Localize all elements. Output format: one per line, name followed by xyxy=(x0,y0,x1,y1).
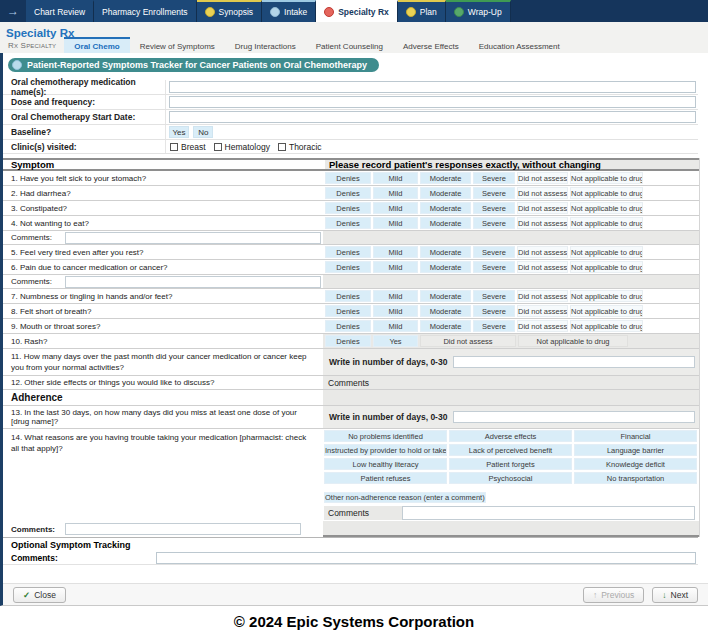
response-option[interactable]: Not applicable to drug xyxy=(570,187,643,199)
response-option[interactable]: Moderate xyxy=(420,261,471,273)
response-option[interactable]: Denies xyxy=(325,202,371,214)
response-option[interactable]: Did not assess xyxy=(420,335,516,347)
response-option[interactable]: Moderate xyxy=(420,172,471,184)
response-option[interactable]: Language barrier xyxy=(574,444,697,456)
clinic-hematology-checkbox[interactable]: Hematology xyxy=(214,142,270,152)
clinic-thoracic-checkbox[interactable]: Thoracic xyxy=(278,142,322,152)
other-reason-option[interactable]: Other non-adherence reason (enter a comm… xyxy=(324,492,486,503)
response-option[interactable]: Did not assess xyxy=(517,172,568,184)
days-missed-dose-input[interactable] xyxy=(453,411,695,423)
next-button[interactable]: ↓ Next xyxy=(652,587,698,603)
response-option[interactable]: Low healthy literacy xyxy=(324,458,447,470)
response-option[interactable]: Severe xyxy=(473,187,515,199)
subtab-oral-chemo[interactable]: Oral Chemo xyxy=(64,37,129,53)
response-option[interactable]: Patient forgets xyxy=(449,458,572,470)
response-option[interactable]: Not applicable to drug xyxy=(570,172,643,184)
response-option[interactable]: Did not assess xyxy=(517,290,568,302)
response-option[interactable]: Denies xyxy=(325,246,371,258)
response-option[interactable]: Mild xyxy=(373,290,418,302)
response-option[interactable]: Moderate xyxy=(420,246,471,258)
tab-specialty-rx[interactable]: Specialty Rx xyxy=(316,0,398,22)
response-option[interactable]: Denies xyxy=(325,305,371,317)
tab-pharmacy-enrollments[interactable]: Pharmacy Enrollments xyxy=(94,0,197,22)
response-option[interactable]: Denies xyxy=(325,217,371,229)
response-option[interactable]: Lack of perceived benefit xyxy=(449,444,572,456)
subtab-education-assessment[interactable]: Education Assessment xyxy=(469,37,570,53)
subtab-adverse-effects[interactable]: Adverse Effects xyxy=(393,37,469,53)
clinic-breast-checkbox[interactable]: Breast xyxy=(170,142,206,152)
response-option[interactable]: Mild xyxy=(373,246,418,258)
response-option[interactable]: Denies xyxy=(325,187,371,199)
response-option[interactable]: Did not assess xyxy=(517,246,568,258)
response-option[interactable]: Severe xyxy=(473,217,515,229)
response-option[interactable]: Patient refuses xyxy=(324,472,447,484)
response-option[interactable]: Denies xyxy=(325,320,371,332)
response-option[interactable]: Severe xyxy=(473,305,515,317)
subtab-patient-counseling[interactable]: Patient Counseling xyxy=(306,37,393,53)
response-option[interactable]: Not applicable to drug xyxy=(570,217,643,229)
response-option[interactable]: No problems identified xyxy=(324,430,447,442)
response-option[interactable]: Severe xyxy=(473,172,515,184)
previous-button[interactable]: ↑ Previous xyxy=(583,587,644,603)
response-option[interactable]: Moderate xyxy=(420,187,471,199)
response-option[interactable]: Denies xyxy=(325,261,371,273)
response-option[interactable]: Did not assess xyxy=(517,217,568,229)
baseline-yes-button[interactable]: Yes xyxy=(169,126,189,138)
response-option[interactable]: Not applicable to drug xyxy=(570,246,643,258)
tab-plan[interactable]: Plan xyxy=(398,0,446,22)
response-option[interactable]: Financial xyxy=(574,430,697,442)
optional-comments-input[interactable] xyxy=(156,552,696,564)
response-option[interactable]: Did not assess xyxy=(517,202,568,214)
tab-wrap-up[interactable]: Wrap-Up xyxy=(446,0,511,22)
response-option[interactable]: Adverse effects xyxy=(449,430,572,442)
forward-arrow-icon[interactable]: → xyxy=(0,0,26,22)
response-option[interactable]: Moderate xyxy=(420,202,471,214)
response-option[interactable]: Not applicable to drug xyxy=(518,335,628,347)
tab-synopsis[interactable]: Synopsis xyxy=(197,0,263,22)
dose-frequency-input[interactable] xyxy=(169,96,696,108)
response-option[interactable]: Severe xyxy=(473,202,515,214)
response-option[interactable]: Severe xyxy=(473,246,515,258)
response-option[interactable]: Denies xyxy=(325,335,371,347)
symptom-comments-input-2[interactable] xyxy=(65,276,321,288)
response-option[interactable]: Instructed by provider to hold or take d… xyxy=(324,444,447,456)
response-option[interactable]: Moderate xyxy=(420,290,471,302)
response-option[interactable]: Yes xyxy=(373,335,418,347)
reasons-comments-input[interactable] xyxy=(402,506,695,520)
response-option[interactable]: Not applicable to drug xyxy=(570,320,643,332)
response-option[interactable]: Not applicable to drug xyxy=(570,261,643,273)
response-option[interactable]: Not applicable to drug xyxy=(570,305,643,317)
tab-intake[interactable]: Intake xyxy=(262,0,316,22)
tab-chart-review[interactable]: Chart Review xyxy=(26,0,94,22)
response-option[interactable]: Did not assess xyxy=(517,261,568,273)
subtab-review-of-symptoms[interactable]: Review of Symptoms xyxy=(130,37,225,53)
response-option[interactable]: Severe xyxy=(473,261,515,273)
response-option[interactable]: Mild xyxy=(373,305,418,317)
response-option[interactable]: Moderate xyxy=(420,305,471,317)
response-option[interactable]: Not applicable to drug xyxy=(570,202,643,214)
response-option[interactable]: Severe xyxy=(473,290,515,302)
response-option[interactable]: Denies xyxy=(325,172,371,184)
start-date-input[interactable] xyxy=(169,111,696,123)
response-option[interactable]: Mild xyxy=(373,217,418,229)
symptom-comments-input-1[interactable] xyxy=(65,232,321,244)
baseline-no-button[interactable]: No xyxy=(193,126,213,138)
response-option[interactable]: Psychosocial xyxy=(449,472,572,484)
medication-names-input[interactable] xyxy=(169,81,696,93)
subtab-drug-interactions[interactable]: Drug Interactions xyxy=(225,37,306,53)
response-option[interactable]: Mild xyxy=(373,261,418,273)
response-option[interactable]: Moderate xyxy=(420,217,471,229)
response-option[interactable]: Did not assess xyxy=(517,305,568,317)
response-option[interactable]: Did not assess xyxy=(517,320,568,332)
response-option[interactable]: Knowledge deficit xyxy=(574,458,697,470)
response-option[interactable]: Did not assess xyxy=(517,187,568,199)
adherence-comments-input[interactable] xyxy=(65,523,301,535)
close-button[interactable]: ✓ Close xyxy=(13,587,66,603)
response-option[interactable]: Severe xyxy=(473,320,515,332)
response-option[interactable]: No transportation xyxy=(574,472,697,484)
response-option[interactable]: Mild xyxy=(373,172,418,184)
response-option[interactable]: Mild xyxy=(373,187,418,199)
response-option[interactable]: Denies xyxy=(325,290,371,302)
response-option[interactable]: Mild xyxy=(373,202,418,214)
response-option[interactable]: Mild xyxy=(373,320,418,332)
